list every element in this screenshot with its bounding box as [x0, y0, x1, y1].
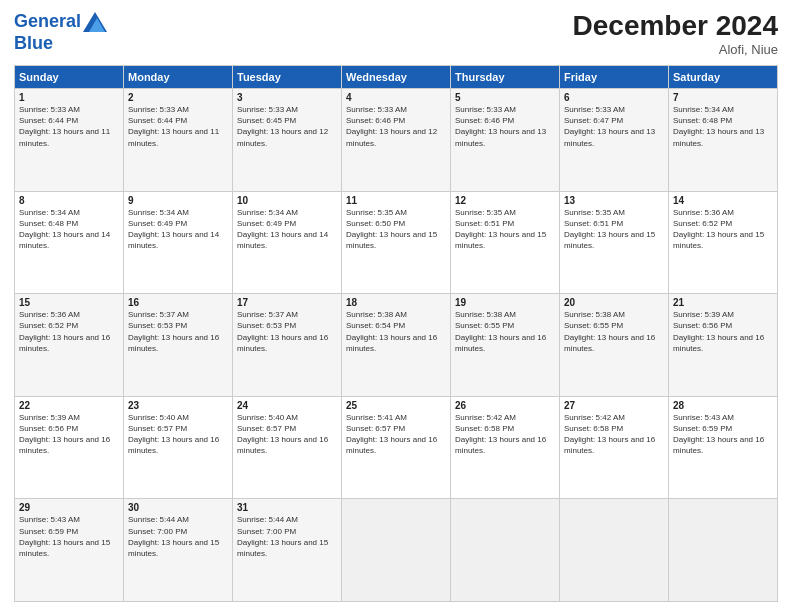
day-info: Sunrise: 5:43 AMSunset: 6:59 PMDaylight:…	[673, 412, 773, 457]
day-number: 8	[19, 195, 119, 206]
calendar-cell: 30Sunrise: 5:44 AMSunset: 7:00 PMDayligh…	[124, 499, 233, 602]
calendar-row: 15Sunrise: 5:36 AMSunset: 6:52 PMDayligh…	[15, 294, 778, 397]
calendar-cell	[342, 499, 451, 602]
day-number: 4	[346, 92, 446, 103]
day-number: 17	[237, 297, 337, 308]
day-number: 7	[673, 92, 773, 103]
day-number: 5	[455, 92, 555, 103]
logo-icon	[83, 10, 107, 34]
page: General Blue December 2024 Alofi, Niue S…	[0, 0, 792, 612]
calendar-cell: 19Sunrise: 5:38 AMSunset: 6:55 PMDayligh…	[451, 294, 560, 397]
day-info: Sunrise: 5:41 AMSunset: 6:57 PMDaylight:…	[346, 412, 446, 457]
day-info: Sunrise: 5:40 AMSunset: 6:57 PMDaylight:…	[128, 412, 228, 457]
day-number: 6	[564, 92, 664, 103]
day-info: Sunrise: 5:33 AMSunset: 6:46 PMDaylight:…	[346, 104, 446, 149]
calendar-cell: 5Sunrise: 5:33 AMSunset: 6:46 PMDaylight…	[451, 89, 560, 192]
calendar-cell: 29Sunrise: 5:43 AMSunset: 6:59 PMDayligh…	[15, 499, 124, 602]
col-header-tuesday: Tuesday	[233, 66, 342, 89]
calendar-cell: 14Sunrise: 5:36 AMSunset: 6:52 PMDayligh…	[669, 191, 778, 294]
day-number: 20	[564, 297, 664, 308]
calendar-cell: 12Sunrise: 5:35 AMSunset: 6:51 PMDayligh…	[451, 191, 560, 294]
day-info: Sunrise: 5:34 AMSunset: 6:48 PMDaylight:…	[19, 207, 119, 252]
day-info: Sunrise: 5:33 AMSunset: 6:47 PMDaylight:…	[564, 104, 664, 149]
calendar-cell: 28Sunrise: 5:43 AMSunset: 6:59 PMDayligh…	[669, 396, 778, 499]
day-number: 2	[128, 92, 228, 103]
calendar-cell	[669, 499, 778, 602]
calendar-cell: 21Sunrise: 5:39 AMSunset: 6:56 PMDayligh…	[669, 294, 778, 397]
title-block: December 2024 Alofi, Niue	[573, 10, 778, 57]
col-header-thursday: Thursday	[451, 66, 560, 89]
day-info: Sunrise: 5:42 AMSunset: 6:58 PMDaylight:…	[455, 412, 555, 457]
calendar-row: 8Sunrise: 5:34 AMSunset: 6:48 PMDaylight…	[15, 191, 778, 294]
day-info: Sunrise: 5:44 AMSunset: 7:00 PMDaylight:…	[128, 514, 228, 559]
day-number: 3	[237, 92, 337, 103]
day-number: 18	[346, 297, 446, 308]
calendar-cell: 9Sunrise: 5:34 AMSunset: 6:49 PMDaylight…	[124, 191, 233, 294]
day-number: 1	[19, 92, 119, 103]
day-number: 10	[237, 195, 337, 206]
calendar-cell: 3Sunrise: 5:33 AMSunset: 6:45 PMDaylight…	[233, 89, 342, 192]
day-number: 27	[564, 400, 664, 411]
day-number: 31	[237, 502, 337, 513]
calendar-cell: 20Sunrise: 5:38 AMSunset: 6:55 PMDayligh…	[560, 294, 669, 397]
day-info: Sunrise: 5:33 AMSunset: 6:46 PMDaylight:…	[455, 104, 555, 149]
calendar-cell: 17Sunrise: 5:37 AMSunset: 6:53 PMDayligh…	[233, 294, 342, 397]
day-info: Sunrise: 5:35 AMSunset: 6:51 PMDaylight:…	[564, 207, 664, 252]
day-info: Sunrise: 5:37 AMSunset: 6:53 PMDaylight:…	[128, 309, 228, 354]
day-number: 29	[19, 502, 119, 513]
calendar-row: 1Sunrise: 5:33 AMSunset: 6:44 PMDaylight…	[15, 89, 778, 192]
col-header-sunday: Sunday	[15, 66, 124, 89]
calendar-cell	[560, 499, 669, 602]
day-number: 25	[346, 400, 446, 411]
calendar-cell: 11Sunrise: 5:35 AMSunset: 6:50 PMDayligh…	[342, 191, 451, 294]
header-row: SundayMondayTuesdayWednesdayThursdayFrid…	[15, 66, 778, 89]
day-info: Sunrise: 5:40 AMSunset: 6:57 PMDaylight:…	[237, 412, 337, 457]
calendar-cell: 18Sunrise: 5:38 AMSunset: 6:54 PMDayligh…	[342, 294, 451, 397]
calendar-cell: 8Sunrise: 5:34 AMSunset: 6:48 PMDaylight…	[15, 191, 124, 294]
day-info: Sunrise: 5:33 AMSunset: 6:44 PMDaylight:…	[19, 104, 119, 149]
day-info: Sunrise: 5:39 AMSunset: 6:56 PMDaylight:…	[673, 309, 773, 354]
calendar-cell: 22Sunrise: 5:39 AMSunset: 6:56 PMDayligh…	[15, 396, 124, 499]
day-number: 21	[673, 297, 773, 308]
calendar-table: SundayMondayTuesdayWednesdayThursdayFrid…	[14, 65, 778, 602]
day-number: 23	[128, 400, 228, 411]
day-number: 12	[455, 195, 555, 206]
logo-text: General	[14, 12, 81, 32]
day-number: 26	[455, 400, 555, 411]
calendar-cell: 2Sunrise: 5:33 AMSunset: 6:44 PMDaylight…	[124, 89, 233, 192]
calendar-cell: 10Sunrise: 5:34 AMSunset: 6:49 PMDayligh…	[233, 191, 342, 294]
calendar-row: 29Sunrise: 5:43 AMSunset: 6:59 PMDayligh…	[15, 499, 778, 602]
day-info: Sunrise: 5:39 AMSunset: 6:56 PMDaylight:…	[19, 412, 119, 457]
day-info: Sunrise: 5:44 AMSunset: 7:00 PMDaylight:…	[237, 514, 337, 559]
calendar-cell	[451, 499, 560, 602]
day-info: Sunrise: 5:34 AMSunset: 6:49 PMDaylight:…	[237, 207, 337, 252]
day-info: Sunrise: 5:38 AMSunset: 6:55 PMDaylight:…	[455, 309, 555, 354]
day-info: Sunrise: 5:34 AMSunset: 6:49 PMDaylight:…	[128, 207, 228, 252]
calendar-cell: 31Sunrise: 5:44 AMSunset: 7:00 PMDayligh…	[233, 499, 342, 602]
month-title: December 2024	[573, 10, 778, 42]
day-number: 15	[19, 297, 119, 308]
day-number: 28	[673, 400, 773, 411]
day-number: 22	[19, 400, 119, 411]
header: General Blue December 2024 Alofi, Niue	[14, 10, 778, 57]
calendar-cell: 27Sunrise: 5:42 AMSunset: 6:58 PMDayligh…	[560, 396, 669, 499]
day-number: 11	[346, 195, 446, 206]
calendar-cell: 24Sunrise: 5:40 AMSunset: 6:57 PMDayligh…	[233, 396, 342, 499]
day-number: 13	[564, 195, 664, 206]
day-info: Sunrise: 5:43 AMSunset: 6:59 PMDaylight:…	[19, 514, 119, 559]
calendar-cell: 13Sunrise: 5:35 AMSunset: 6:51 PMDayligh…	[560, 191, 669, 294]
day-info: Sunrise: 5:36 AMSunset: 6:52 PMDaylight:…	[673, 207, 773, 252]
day-info: Sunrise: 5:33 AMSunset: 6:44 PMDaylight:…	[128, 104, 228, 149]
day-info: Sunrise: 5:37 AMSunset: 6:53 PMDaylight:…	[237, 309, 337, 354]
calendar-cell: 25Sunrise: 5:41 AMSunset: 6:57 PMDayligh…	[342, 396, 451, 499]
location: Alofi, Niue	[573, 42, 778, 57]
logo-text-line2: Blue	[14, 34, 107, 54]
day-number: 30	[128, 502, 228, 513]
day-info: Sunrise: 5:38 AMSunset: 6:54 PMDaylight:…	[346, 309, 446, 354]
day-info: Sunrise: 5:35 AMSunset: 6:50 PMDaylight:…	[346, 207, 446, 252]
calendar-cell: 23Sunrise: 5:40 AMSunset: 6:57 PMDayligh…	[124, 396, 233, 499]
calendar-cell: 15Sunrise: 5:36 AMSunset: 6:52 PMDayligh…	[15, 294, 124, 397]
col-header-monday: Monday	[124, 66, 233, 89]
col-header-saturday: Saturday	[669, 66, 778, 89]
day-info: Sunrise: 5:35 AMSunset: 6:51 PMDaylight:…	[455, 207, 555, 252]
